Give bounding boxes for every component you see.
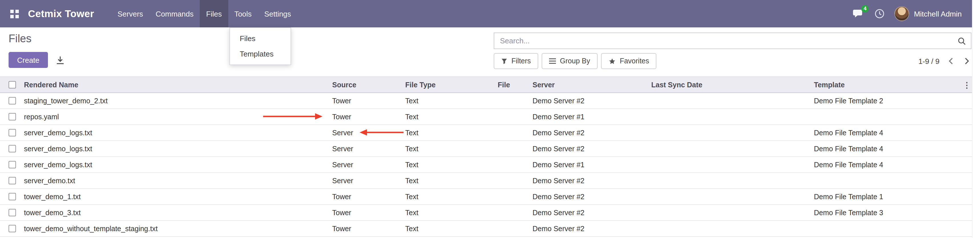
- cell-file[interactable]: [494, 141, 529, 157]
- cell-source[interactable]: Server: [329, 173, 402, 189]
- app-brand[interactable]: Cetmix Tower: [28, 8, 94, 20]
- cell-template[interactable]: Demo File Template 2: [810, 93, 962, 109]
- cell-server[interactable]: Demo Server #2: [529, 125, 648, 141]
- cell-server[interactable]: Demo Server #2: [529, 221, 648, 236]
- row-checkbox[interactable]: [9, 209, 16, 216]
- filters-button[interactable]: Filters: [494, 53, 538, 69]
- row-checkbox[interactable]: [9, 193, 16, 200]
- cell-source[interactable]: Tower: [329, 189, 402, 205]
- cell-file-type[interactable]: Text: [402, 125, 494, 141]
- cell-last-sync-date[interactable]: [648, 173, 810, 189]
- create-button[interactable]: Create: [9, 52, 48, 68]
- cell-source[interactable]: Tower: [329, 93, 402, 109]
- pager-next-icon[interactable]: [962, 57, 971, 66]
- cell-rendered-name[interactable]: repos.yaml: [21, 109, 329, 125]
- export-icon[interactable]: [52, 53, 68, 67]
- group-by-button[interactable]: Group By: [542, 53, 598, 69]
- row-checkbox[interactable]: [9, 145, 16, 152]
- menu-files[interactable]: Files: [200, 0, 228, 27]
- optional-columns-icon[interactable]: ⋮: [963, 80, 971, 89]
- activities-icon[interactable]: [873, 8, 886, 20]
- cell-file[interactable]: [494, 157, 529, 173]
- menu-commands[interactable]: Commands: [149, 0, 200, 27]
- cell-file-type[interactable]: Text: [402, 141, 494, 157]
- cell-rendered-name[interactable]: staging_tower_demo_2.txt: [21, 93, 329, 109]
- cell-last-sync-date[interactable]: [648, 221, 810, 236]
- cell-server[interactable]: Demo Server #1: [529, 109, 648, 125]
- cell-template[interactable]: [810, 173, 962, 189]
- cell-file[interactable]: [494, 109, 529, 125]
- cell-last-sync-date[interactable]: [648, 189, 810, 205]
- cell-file[interactable]: [494, 173, 529, 189]
- cell-file-type[interactable]: Text: [402, 93, 494, 109]
- cell-rendered-name[interactable]: server_demo.txt: [21, 173, 329, 189]
- table-row[interactable]: repos.yamlTowerTextDemo Server #1: [0, 109, 972, 125]
- cell-file-type[interactable]: Text: [402, 109, 494, 125]
- table-row[interactable]: server_demo_logs.txtServerTextDemo Serve…: [0, 125, 972, 141]
- cell-file[interactable]: [494, 205, 529, 221]
- column-header-rendered-name[interactable]: Rendered Name: [21, 77, 329, 93]
- column-header-last-sync-date[interactable]: Last Sync Date: [648, 77, 810, 93]
- row-checkbox[interactable]: [9, 225, 16, 232]
- cell-server[interactable]: Demo Server #2: [529, 141, 648, 157]
- menu-settings[interactable]: Settings: [258, 0, 298, 27]
- column-header-file-type[interactable]: File Type: [402, 77, 494, 93]
- cell-last-sync-date[interactable]: [648, 157, 810, 173]
- row-checkbox[interactable]: [9, 113, 16, 121]
- row-checkbox[interactable]: [9, 161, 16, 168]
- column-header-template[interactable]: Template: [810, 77, 962, 93]
- row-checkbox[interactable]: [9, 177, 16, 184]
- cell-file[interactable]: [494, 189, 529, 205]
- table-row[interactable]: tower_demo_3.txtTowerTextDemo Server #2D…: [0, 205, 972, 221]
- cell-source[interactable]: Server: [329, 157, 402, 173]
- cell-last-sync-date[interactable]: [648, 125, 810, 141]
- table-row[interactable]: server_demo_logs.txtServerTextDemo Serve…: [0, 141, 972, 157]
- cell-template[interactable]: Demo File Template 1: [810, 189, 962, 205]
- column-header-source[interactable]: Source: [329, 77, 402, 93]
- menu-tools[interactable]: Tools: [228, 0, 258, 27]
- cell-template[interactable]: Demo File Template 4: [810, 125, 962, 141]
- column-header-server[interactable]: Server: [529, 77, 648, 93]
- cell-template[interactable]: Demo File Template 4: [810, 141, 962, 157]
- table-row[interactable]: server_demo.txtServerTextDemo Server #2: [0, 173, 972, 189]
- cell-rendered-name[interactable]: server_demo_logs.txt: [21, 125, 329, 141]
- menu-servers[interactable]: Servers: [111, 0, 150, 27]
- cell-source[interactable]: Tower: [329, 109, 402, 125]
- apps-menu-icon[interactable]: [8, 7, 21, 20]
- cell-rendered-name[interactable]: tower_demo_1.txt: [21, 189, 329, 205]
- table-row[interactable]: server_demo_logs.txtServerTextDemo Serve…: [0, 157, 972, 173]
- table-row[interactable]: tower_demo_1.txtTowerTextDemo Server #2D…: [0, 189, 972, 205]
- cell-template[interactable]: [810, 221, 962, 236]
- cell-source[interactable]: Tower: [329, 221, 402, 236]
- pager-previous-icon[interactable]: [946, 57, 955, 66]
- cell-last-sync-date[interactable]: [648, 109, 810, 125]
- cell-template[interactable]: Demo File Template 4: [810, 157, 962, 173]
- cell-template[interactable]: Demo File Template 3: [810, 205, 962, 221]
- table-row[interactable]: staging_tower_demo_2.txtTowerTextDemo Se…: [0, 93, 972, 109]
- table-row[interactable]: tower_demo_without_template_staging.txtT…: [0, 221, 972, 236]
- cell-last-sync-date[interactable]: [648, 141, 810, 157]
- cell-file-type[interactable]: Text: [402, 221, 494, 236]
- scrollbar[interactable]: [972, 0, 980, 238]
- favorites-button[interactable]: Favorites: [601, 53, 657, 69]
- messages-icon[interactable]: 4: [851, 8, 865, 20]
- user-menu[interactable]: Mitchell Admin: [894, 6, 962, 21]
- cell-source[interactable]: Tower: [329, 205, 402, 221]
- dropdown-item-files[interactable]: Files: [230, 31, 291, 46]
- cell-file-type[interactable]: Text: [402, 157, 494, 173]
- cell-file[interactable]: [494, 221, 529, 236]
- cell-server[interactable]: Demo Server #2: [529, 173, 648, 189]
- cell-rendered-name[interactable]: tower_demo_without_template_staging.txt: [21, 221, 329, 236]
- cell-rendered-name[interactable]: server_demo_logs.txt: [21, 157, 329, 173]
- cell-file-type[interactable]: Text: [402, 173, 494, 189]
- cell-file[interactable]: [494, 125, 529, 141]
- cell-file-type[interactable]: Text: [402, 189, 494, 205]
- cell-server[interactable]: Demo Server #2: [529, 205, 648, 221]
- cell-last-sync-date[interactable]: [648, 93, 810, 109]
- cell-rendered-name[interactable]: tower_demo_3.txt: [21, 205, 329, 221]
- cell-file[interactable]: [494, 93, 529, 109]
- cell-file-type[interactable]: Text: [402, 205, 494, 221]
- row-checkbox[interactable]: [9, 129, 16, 136]
- search-icon[interactable]: [953, 37, 971, 45]
- cell-rendered-name[interactable]: server_demo_logs.txt: [21, 141, 329, 157]
